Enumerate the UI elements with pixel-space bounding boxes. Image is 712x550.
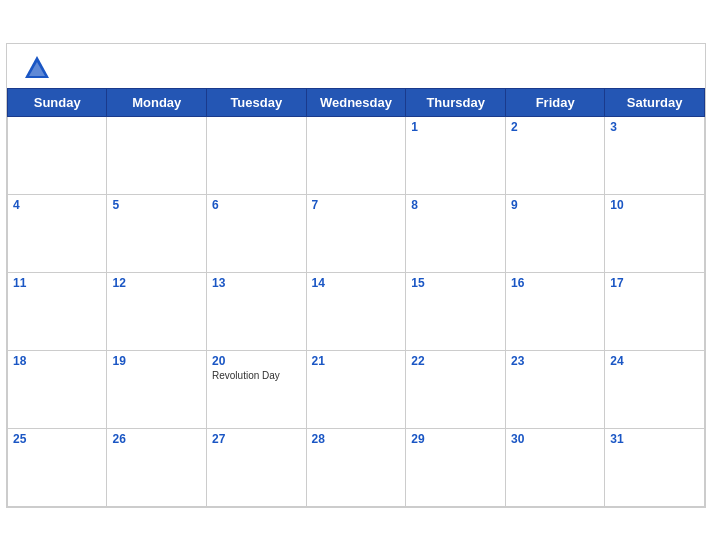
day-cell: 4 <box>8 194 107 272</box>
day-number: 14 <box>312 276 401 290</box>
day-cell: 0 <box>306 116 406 194</box>
day-cell: 20Revolution Day <box>207 350 307 428</box>
day-cell: 10 <box>605 194 705 272</box>
day-number: 8 <box>411 198 500 212</box>
calendar-body: 00001234567891011121314151617181920Revol… <box>8 116 705 506</box>
day-cell: 31 <box>605 428 705 506</box>
weekday-row: SundayMondayTuesdayWednesdayThursdayFrid… <box>8 88 705 116</box>
day-cell: 30 <box>505 428 604 506</box>
day-cell: 18 <box>8 350 107 428</box>
logo <box>23 54 55 82</box>
day-number: 31 <box>610 432 699 446</box>
day-number: 6 <box>212 198 301 212</box>
day-cell: 3 <box>605 116 705 194</box>
day-number: 13 <box>212 276 301 290</box>
day-number: 20 <box>212 354 301 368</box>
day-cell: 0 <box>8 116 107 194</box>
day-number: 0 <box>112 120 201 134</box>
day-number: 7 <box>312 198 401 212</box>
day-number: 10 <box>610 198 699 212</box>
day-cell: 27 <box>207 428 307 506</box>
day-cell: 16 <box>505 272 604 350</box>
day-cell: 1 <box>406 116 506 194</box>
calendar-header <box>7 44 705 88</box>
day-number: 30 <box>511 432 599 446</box>
day-number: 9 <box>511 198 599 212</box>
day-cell: 19 <box>107 350 207 428</box>
day-cell: 8 <box>406 194 506 272</box>
day-cell: 12 <box>107 272 207 350</box>
day-number: 0 <box>212 120 301 134</box>
calendar-weekdays-header: SundayMondayTuesdayWednesdayThursdayFrid… <box>8 88 705 116</box>
day-cell: 7 <box>306 194 406 272</box>
day-cell: 26 <box>107 428 207 506</box>
weekday-header-thursday: Thursday <box>406 88 506 116</box>
day-cell: 9 <box>505 194 604 272</box>
week-row-2: 45678910 <box>8 194 705 272</box>
day-number: 24 <box>610 354 699 368</box>
weekday-header-sunday: Sunday <box>8 88 107 116</box>
day-number: 22 <box>411 354 500 368</box>
weekday-header-monday: Monday <box>107 88 207 116</box>
day-number: 26 <box>112 432 201 446</box>
day-cell: 0 <box>107 116 207 194</box>
day-number: 11 <box>13 276 101 290</box>
day-number: 5 <box>112 198 201 212</box>
day-cell: 25 <box>8 428 107 506</box>
weekday-header-friday: Friday <box>505 88 604 116</box>
day-cell: 5 <box>107 194 207 272</box>
day-number: 17 <box>610 276 699 290</box>
day-number: 29 <box>411 432 500 446</box>
week-row-4: 181920Revolution Day21222324 <box>8 350 705 428</box>
day-cell: 6 <box>207 194 307 272</box>
calendar-grid: SundayMondayTuesdayWednesdayThursdayFrid… <box>7 88 705 507</box>
logo-icon <box>23 54 51 82</box>
weekday-header-wednesday: Wednesday <box>306 88 406 116</box>
day-cell: 22 <box>406 350 506 428</box>
day-cell: 14 <box>306 272 406 350</box>
day-number: 18 <box>13 354 101 368</box>
day-cell: 17 <box>605 272 705 350</box>
day-number: 2 <box>511 120 599 134</box>
day-number: 0 <box>13 120 101 134</box>
day-number: 3 <box>610 120 699 134</box>
day-cell: 21 <box>306 350 406 428</box>
day-cell: 23 <box>505 350 604 428</box>
day-cell: 11 <box>8 272 107 350</box>
weekday-header-tuesday: Tuesday <box>207 88 307 116</box>
week-row-3: 11121314151617 <box>8 272 705 350</box>
day-cell: 0 <box>207 116 307 194</box>
event-label: Revolution Day <box>212 370 301 381</box>
calendar-container: SundayMondayTuesdayWednesdayThursdayFrid… <box>6 43 706 508</box>
day-number: 21 <box>312 354 401 368</box>
day-number: 19 <box>112 354 201 368</box>
week-row-5: 25262728293031 <box>8 428 705 506</box>
day-number: 0 <box>312 120 401 134</box>
day-cell: 29 <box>406 428 506 506</box>
day-number: 28 <box>312 432 401 446</box>
week-row-1: 0000123 <box>8 116 705 194</box>
day-number: 23 <box>511 354 599 368</box>
day-number: 15 <box>411 276 500 290</box>
day-number: 27 <box>212 432 301 446</box>
day-cell: 24 <box>605 350 705 428</box>
weekday-header-saturday: Saturday <box>605 88 705 116</box>
day-cell: 2 <box>505 116 604 194</box>
day-cell: 13 <box>207 272 307 350</box>
day-number: 12 <box>112 276 201 290</box>
day-number: 25 <box>13 432 101 446</box>
day-number: 1 <box>411 120 500 134</box>
day-number: 16 <box>511 276 599 290</box>
day-cell: 28 <box>306 428 406 506</box>
day-number: 4 <box>13 198 101 212</box>
day-cell: 15 <box>406 272 506 350</box>
